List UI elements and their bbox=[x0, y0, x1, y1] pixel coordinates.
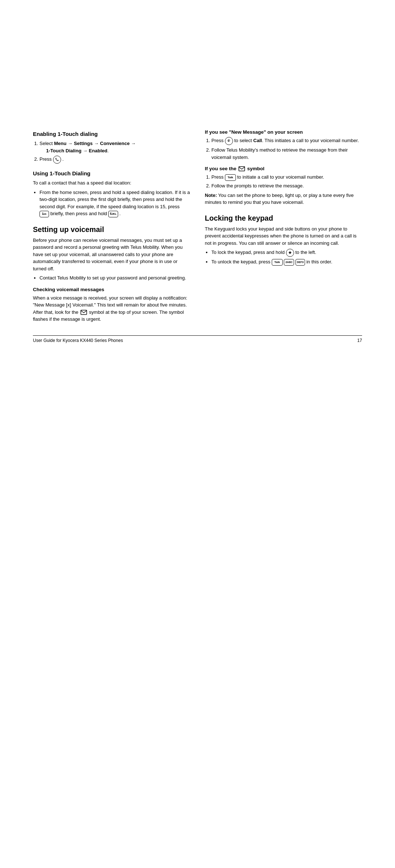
checking-body: When a voice message is received, your s… bbox=[33, 294, 190, 323]
envelope-icon-2 bbox=[238, 166, 245, 171]
enabling-step1-dot: . bbox=[107, 148, 109, 153]
key-1-5: 1₀₅ bbox=[40, 211, 49, 217]
nm-step1-middle: to select bbox=[234, 138, 252, 143]
note-label: Note: bbox=[205, 193, 217, 198]
footer-left: User Guide for Kyocera KX440 Series Phon… bbox=[33, 338, 123, 343]
key-talk: Talk bbox=[225, 174, 236, 181]
voicemail-list: Contact Telus Mobility to set up your pa… bbox=[40, 274, 190, 282]
note-paragraph: Note: You can set the phone to beep, lig… bbox=[205, 192, 362, 206]
arrow2: → bbox=[94, 141, 99, 146]
locking-b1-prefix: To lock the keypad, press and hold bbox=[211, 250, 285, 255]
new-message-step1: Press ✆ to select Call. This initiates a… bbox=[211, 137, 362, 145]
key-2abc: 2ABC bbox=[284, 259, 294, 266]
top-spacer bbox=[0, 0, 395, 124]
locking-b2-suffix: in this order. bbox=[306, 259, 332, 264]
sym-step1-suffix: to initiate a call to your voicemail num… bbox=[237, 174, 324, 180]
envelope-icon bbox=[80, 310, 87, 315]
locking-b2-prefix: To unlock the keypad, press bbox=[211, 259, 270, 264]
enabling-step2-press: Press bbox=[40, 156, 52, 162]
key-talk-2: Talk bbox=[272, 259, 283, 266]
voicemail-title: Setting up voicemail bbox=[33, 225, 190, 234]
sym-step1-press: Press bbox=[211, 174, 223, 180]
footer-right: 17 bbox=[357, 338, 362, 343]
arrow3: → bbox=[131, 141, 136, 146]
nm-step1-suffix: . This initiates a call to your voicemai… bbox=[262, 138, 359, 143]
symbol-title-prefix: If you see the bbox=[205, 166, 236, 171]
bottom-spacer bbox=[0, 343, 395, 868]
locking-title: Locking the keypad bbox=[205, 214, 362, 222]
locking-body: The Keyguard locks your keypad and side … bbox=[205, 225, 362, 247]
using-bullet-text: From the home screen, press and hold a s… bbox=[40, 190, 190, 209]
locking-b1-suffix: to the left. bbox=[295, 250, 316, 255]
symbol-step1: Press Talk to initiate a call to your vo… bbox=[211, 174, 362, 181]
checking-title: Checking voicemail messages bbox=[33, 287, 190, 292]
voicemail-bullet: Contact Telus Mobility to set up your pa… bbox=[40, 274, 190, 282]
key-5jkl: 5JKL bbox=[108, 211, 118, 217]
enabling-step1: Select Menu → Settings → Convenience → 1… bbox=[40, 140, 190, 154]
symbol-steps: Press Talk to initiate a call to your vo… bbox=[211, 174, 362, 189]
svg-rect-0 bbox=[81, 310, 87, 315]
note-body: You can set the phone to beep, light up,… bbox=[205, 193, 354, 205]
call-key-2: ✆ bbox=[225, 137, 233, 145]
using-intro: To call a contact that has a speed dial … bbox=[33, 179, 190, 187]
enabling-step2: Press 📞 . bbox=[40, 156, 190, 164]
enabling-step1-settings: Settings bbox=[74, 141, 93, 146]
left-column: Enabling 1-Touch dialing Select Menu → S… bbox=[33, 124, 190, 325]
enabling-step1-prefix: Select bbox=[40, 141, 54, 146]
right-column: If you see "New Message" on your screen … bbox=[205, 124, 362, 325]
using-bullet: From the home screen, press and hold a s… bbox=[40, 189, 190, 217]
symbol-title-suffix: symbol bbox=[247, 166, 264, 171]
nav-key: ✥ bbox=[286, 249, 294, 257]
nm-step1-call: Call bbox=[253, 138, 262, 143]
enabling-steps: Select Menu → Settings → Convenience → 1… bbox=[40, 140, 190, 164]
key-def3: DEF3 bbox=[296, 259, 305, 266]
new-message-steps: Press ✆ to select Call. This initiates a… bbox=[211, 137, 362, 161]
enabling-step1-1touch: 1-Touch Dialing bbox=[46, 148, 82, 153]
nm-step1-press: Press bbox=[211, 138, 223, 143]
arrow1: → bbox=[68, 141, 72, 146]
symbol-step2: Follow the prompts to retrieve the messa… bbox=[211, 182, 362, 190]
locking-list: To lock the keypad, press and hold ✥ to … bbox=[211, 249, 362, 266]
voicemail-body: Before your phone can receive voicemail … bbox=[33, 237, 190, 273]
page-wrapper: Enabling 1-Touch dialing Select Menu → S… bbox=[0, 0, 395, 868]
using-title: Using 1-Touch Dialing bbox=[33, 170, 190, 176]
new-message-step2: Follow Telus Mobility's method to retrie… bbox=[211, 146, 362, 161]
footer: User Guide for Kyocera KX440 Series Phon… bbox=[33, 335, 362, 343]
svg-rect-1 bbox=[239, 167, 245, 171]
using-bullet-end: briefly, then press and hold bbox=[50, 211, 107, 216]
enabling-step1-menu: Menu bbox=[54, 141, 67, 146]
new-message-title: If you see "New Message" on your screen bbox=[205, 129, 362, 135]
enabling-title: Enabling 1-Touch dialing bbox=[33, 131, 190, 137]
call-key-icon: 📞 bbox=[53, 156, 61, 164]
enabling-step1-enabled: Enabled bbox=[89, 148, 108, 153]
locking-bullet1: To lock the keypad, press and hold ✥ to … bbox=[211, 249, 362, 257]
content-area: Enabling 1-Touch dialing Select Menu → S… bbox=[0, 124, 395, 325]
enabling-step1-convenience: Convenience bbox=[100, 141, 130, 146]
locking-bullet2: To unlock the keypad, press Talk 2ABC DE… bbox=[211, 258, 362, 266]
symbol-title: If you see the symbol bbox=[205, 166, 362, 171]
using-list: From the home screen, press and hold a s… bbox=[40, 189, 190, 217]
arrow4: → bbox=[83, 148, 87, 153]
